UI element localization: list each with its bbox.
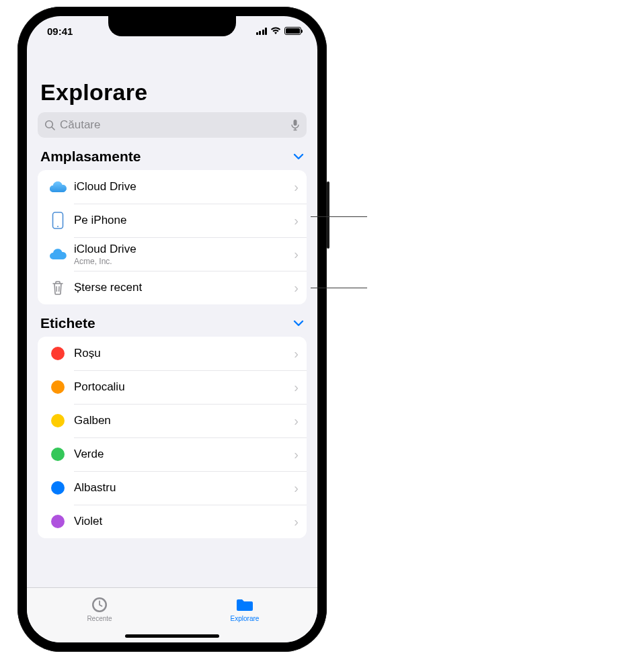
row-label: Galben (74, 414, 294, 427)
search-placeholder: Căutare (60, 118, 290, 132)
tags-header[interactable]: Etichete (38, 311, 307, 337)
tag-row-red[interactable]: Roșu › (38, 337, 307, 370)
tag-row-green[interactable]: Verde › (38, 437, 307, 471)
row-label: Verde (74, 448, 294, 461)
chevron-right-icon: › (294, 447, 299, 462)
status-right (256, 27, 302, 35)
chevron-right-icon: › (294, 480, 299, 496)
row-label: Violet (74, 515, 294, 528)
chevron-right-icon: › (294, 346, 299, 362)
chevron-right-icon: › (294, 514, 299, 530)
tag-dot-icon (51, 414, 65, 427)
row-label: Albastru (74, 481, 294, 495)
location-row-icloud[interactable]: iCloud Drive › (38, 170, 307, 204)
chevron-right-icon: › (294, 247, 299, 262)
location-row-recentlydeleted[interactable]: Șterse recent › (38, 271, 307, 304)
svg-line-1 (52, 127, 54, 130)
chevron-right-icon: › (294, 413, 299, 429)
tag-dot-icon (51, 347, 65, 360)
tag-dot-icon (51, 515, 65, 528)
chevron-down-icon (293, 153, 304, 160)
row-sublabel: Acme, Inc. (74, 257, 294, 266)
svg-point-6 (57, 226, 58, 227)
tab-browse[interactable]: Explorare (172, 588, 317, 630)
chevron-right-icon: › (294, 280, 299, 296)
tags-title: Etichete (40, 315, 95, 331)
notch (108, 16, 236, 36)
tab-label: Explorare (231, 615, 260, 622)
phone-frame: 09:41 Explorare Căutare (17, 7, 327, 652)
side-button (327, 181, 329, 249)
row-label: Șterse recent (74, 281, 294, 294)
tag-dot-icon (51, 380, 65, 394)
status-time: 09:41 (47, 26, 73, 37)
location-row-oniphone[interactable]: Pe iPhone › (38, 204, 307, 237)
row-label: iCloud Drive (74, 180, 294, 194)
locations-title: Amplasamente (40, 149, 141, 165)
folder-icon (235, 597, 255, 613)
tag-row-violet[interactable]: Violet › (38, 505, 307, 538)
search-icon (44, 120, 56, 131)
cloud-icon (48, 180, 67, 194)
search-field[interactable]: Căutare (38, 112, 307, 138)
row-label: Pe iPhone (74, 214, 294, 227)
screen: 09:41 Explorare Căutare (27, 16, 317, 642)
tags-list: Roșu › Portocaliu › Galben (38, 337, 307, 538)
callout-line (311, 288, 367, 288)
locations-list: iCloud Drive › Pe iPhone › (38, 170, 307, 304)
home-indicator[interactable] (125, 634, 219, 638)
tag-row-orange[interactable]: Portocaliu › (38, 370, 307, 404)
location-row-icloud-work[interactable]: iCloud Drive Acme, Inc. › (38, 237, 307, 271)
row-label: Portocaliu (74, 380, 294, 394)
chevron-right-icon: › (294, 213, 299, 228)
tab-label: Recente (87, 615, 112, 622)
locations-header[interactable]: Amplasamente (38, 144, 307, 170)
clock-icon (91, 596, 108, 614)
tag-dot-icon (51, 481, 65, 495)
chevron-right-icon: › (294, 179, 299, 195)
chevron-down-icon (293, 320, 304, 327)
row-label: iCloud Drive (74, 243, 294, 256)
page-title: Explorare (27, 79, 317, 110)
locations-section: Amplasamente iCloud Drive › Pe i (38, 144, 307, 304)
cellular-icon (256, 28, 268, 35)
battery-icon (284, 27, 301, 35)
tag-dot-icon (51, 448, 65, 461)
row-label: Roșu (74, 347, 294, 360)
trash-icon (50, 280, 65, 296)
chevron-right-icon: › (294, 380, 299, 395)
tag-row-yellow[interactable]: Galben › (38, 404, 307, 437)
tags-section: Etichete Roșu › Portocaliu (38, 311, 307, 538)
iphone-icon (52, 212, 64, 229)
svg-rect-2 (294, 120, 297, 126)
wifi-icon (270, 27, 281, 35)
cloud-icon (48, 247, 67, 261)
tab-bar: Recente Explorare (27, 587, 317, 642)
dictate-icon[interactable] (290, 119, 300, 131)
tag-row-blue[interactable]: Albastru › (38, 471, 307, 505)
callout-line (311, 216, 367, 217)
tab-recents[interactable]: Recente (27, 588, 172, 630)
